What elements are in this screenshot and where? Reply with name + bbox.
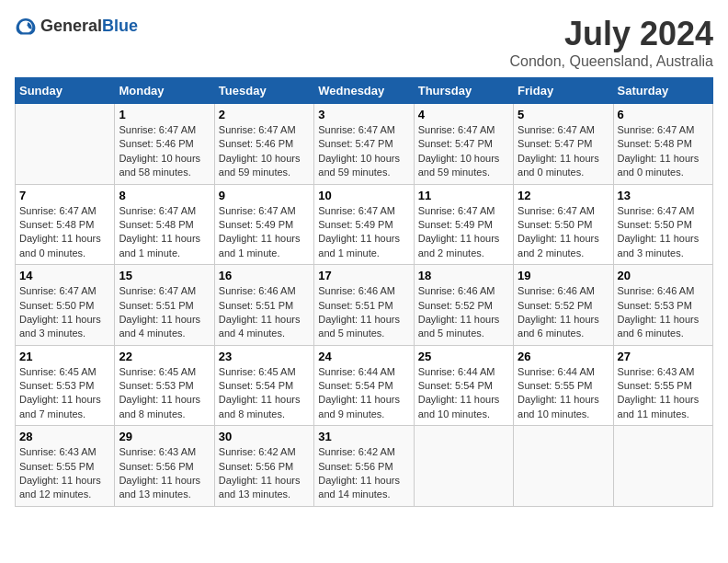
calendar-day-cell: 19Sunrise: 6:46 AMSunset: 5:52 PMDayligh…: [514, 265, 613, 346]
day-number: 24: [318, 350, 409, 363]
day-number: 18: [418, 269, 509, 282]
main-title: July 2024: [510, 15, 713, 53]
calendar-day-cell: 4Sunrise: 6:47 AMSunset: 5:47 PMDaylight…: [414, 104, 513, 185]
calendar-day-cell: 5Sunrise: 6:47 AMSunset: 5:47 PMDaylight…: [514, 104, 613, 185]
day-info: Sunrise: 6:47 AMSunset: 5:49 PMDaylight:…: [318, 204, 409, 261]
day-number: 11: [418, 189, 509, 202]
calendar-body: 1Sunrise: 6:47 AMSunset: 5:46 PMDaylight…: [16, 104, 713, 507]
day-number: 8: [119, 189, 210, 202]
day-number: 6: [618, 108, 709, 121]
day-number: 9: [219, 189, 310, 202]
calendar-day-cell: 12Sunrise: 6:47 AMSunset: 5:50 PMDayligh…: [514, 184, 613, 265]
weekday-header-cell: Thursday: [414, 78, 513, 104]
day-number: 14: [19, 269, 110, 282]
calendar-day-cell: 22Sunrise: 6:45 AMSunset: 5:53 PMDayligh…: [115, 345, 214, 426]
calendar-day-cell: 28Sunrise: 6:43 AMSunset: 5:55 PMDayligh…: [16, 426, 115, 507]
logo-icon: [15, 15, 37, 37]
day-number: 16: [219, 269, 310, 282]
calendar-day-cell: [414, 426, 513, 507]
day-number: 13: [618, 189, 709, 202]
calendar-day-cell: 31Sunrise: 6:42 AMSunset: 5:56 PMDayligh…: [314, 426, 414, 507]
day-info: Sunrise: 6:46 AMSunset: 5:53 PMDaylight:…: [618, 284, 709, 341]
page-header: GeneralBlue July 2024 Condon, Queensland…: [15, 15, 713, 70]
day-number: 3: [318, 108, 409, 121]
day-number: 25: [418, 350, 509, 363]
calendar-day-cell: 18Sunrise: 6:46 AMSunset: 5:52 PMDayligh…: [414, 265, 513, 346]
calendar-week-row: 1Sunrise: 6:47 AMSunset: 5:46 PMDaylight…: [16, 104, 713, 185]
day-info: Sunrise: 6:42 AMSunset: 5:56 PMDaylight:…: [318, 445, 409, 502]
calendar-week-row: 28Sunrise: 6:43 AMSunset: 5:55 PMDayligh…: [16, 426, 713, 507]
day-number: 23: [219, 350, 310, 363]
day-info: Sunrise: 6:47 AMSunset: 5:46 PMDaylight:…: [219, 123, 310, 180]
calendar-day-cell: [514, 426, 613, 507]
weekday-header-row: SundayMondayTuesdayWednesdayThursdayFrid…: [16, 78, 713, 104]
calendar-day-cell: 15Sunrise: 6:47 AMSunset: 5:51 PMDayligh…: [115, 265, 214, 346]
day-info: Sunrise: 6:45 AMSunset: 5:53 PMDaylight:…: [119, 365, 210, 422]
day-info: Sunrise: 6:47 AMSunset: 5:48 PMDaylight:…: [19, 204, 110, 261]
day-info: Sunrise: 6:47 AMSunset: 5:50 PMDaylight:…: [19, 284, 110, 341]
calendar-day-cell: 1Sunrise: 6:47 AMSunset: 5:46 PMDaylight…: [115, 104, 214, 185]
day-number: 28: [19, 430, 110, 443]
day-info: Sunrise: 6:46 AMSunset: 5:52 PMDaylight:…: [418, 284, 509, 341]
day-info: Sunrise: 6:46 AMSunset: 5:51 PMDaylight:…: [219, 284, 310, 341]
day-info: Sunrise: 6:44 AMSunset: 5:54 PMDaylight:…: [418, 365, 509, 422]
calendar-day-cell: 17Sunrise: 6:46 AMSunset: 5:51 PMDayligh…: [314, 265, 414, 346]
day-info: Sunrise: 6:44 AMSunset: 5:54 PMDaylight:…: [318, 365, 409, 422]
weekday-header-cell: Saturday: [613, 78, 712, 104]
calendar-week-row: 14Sunrise: 6:47 AMSunset: 5:50 PMDayligh…: [16, 265, 713, 346]
day-number: 26: [518, 350, 609, 363]
calendar-day-cell: 9Sunrise: 6:47 AMSunset: 5:49 PMDaylight…: [214, 184, 313, 265]
calendar-day-cell: 25Sunrise: 6:44 AMSunset: 5:54 PMDayligh…: [414, 345, 513, 426]
day-number: 30: [219, 430, 310, 443]
day-number: 2: [219, 108, 310, 121]
day-info: Sunrise: 6:47 AMSunset: 5:49 PMDaylight:…: [418, 204, 509, 261]
day-info: Sunrise: 6:45 AMSunset: 5:53 PMDaylight:…: [19, 365, 110, 422]
calendar-week-row: 7Sunrise: 6:47 AMSunset: 5:48 PMDaylight…: [16, 184, 713, 265]
day-number: 4: [418, 108, 509, 121]
calendar-day-cell: 21Sunrise: 6:45 AMSunset: 5:53 PMDayligh…: [16, 345, 115, 426]
day-number: 7: [19, 189, 110, 202]
calendar-day-cell: [16, 104, 115, 185]
day-number: 21: [19, 350, 110, 363]
day-info: Sunrise: 6:47 AMSunset: 5:51 PMDaylight:…: [119, 284, 210, 341]
calendar-day-cell: 7Sunrise: 6:47 AMSunset: 5:48 PMDaylight…: [16, 184, 115, 265]
day-info: Sunrise: 6:47 AMSunset: 5:46 PMDaylight:…: [119, 123, 210, 180]
calendar-day-cell: 26Sunrise: 6:44 AMSunset: 5:55 PMDayligh…: [514, 345, 613, 426]
calendar-day-cell: 11Sunrise: 6:47 AMSunset: 5:49 PMDayligh…: [414, 184, 513, 265]
day-info: Sunrise: 6:46 AMSunset: 5:52 PMDaylight:…: [518, 284, 609, 341]
calendar-day-cell: 14Sunrise: 6:47 AMSunset: 5:50 PMDayligh…: [16, 265, 115, 346]
day-info: Sunrise: 6:43 AMSunset: 5:55 PMDaylight:…: [618, 365, 709, 422]
day-number: 19: [518, 269, 609, 282]
title-block: July 2024 Condon, Queensland, Australia: [510, 15, 713, 70]
day-number: 15: [119, 269, 210, 282]
day-number: 31: [318, 430, 409, 443]
weekday-header-cell: Wednesday: [314, 78, 414, 104]
calendar-day-cell: 27Sunrise: 6:43 AMSunset: 5:55 PMDayligh…: [613, 345, 712, 426]
day-number: 22: [119, 350, 210, 363]
day-info: Sunrise: 6:47 AMSunset: 5:50 PMDaylight:…: [618, 204, 709, 261]
calendar-day-cell: 24Sunrise: 6:44 AMSunset: 5:54 PMDayligh…: [314, 345, 414, 426]
calendar-day-cell: 2Sunrise: 6:47 AMSunset: 5:46 PMDaylight…: [214, 104, 313, 185]
day-info: Sunrise: 6:45 AMSunset: 5:54 PMDaylight:…: [219, 365, 310, 422]
weekday-header-cell: Friday: [514, 78, 613, 104]
logo: GeneralBlue: [15, 15, 138, 37]
weekday-header-cell: Monday: [115, 78, 214, 104]
calendar-day-cell: 16Sunrise: 6:46 AMSunset: 5:51 PMDayligh…: [214, 265, 313, 346]
day-number: 29: [119, 430, 210, 443]
calendar-day-cell: 3Sunrise: 6:47 AMSunset: 5:47 PMDaylight…: [314, 104, 414, 185]
calendar-table: SundayMondayTuesdayWednesdayThursdayFrid…: [15, 77, 713, 507]
calendar-day-cell: 8Sunrise: 6:47 AMSunset: 5:48 PMDaylight…: [115, 184, 214, 265]
logo-text: GeneralBlue: [40, 17, 138, 36]
day-info: Sunrise: 6:42 AMSunset: 5:56 PMDaylight:…: [219, 445, 310, 502]
day-info: Sunrise: 6:47 AMSunset: 5:49 PMDaylight:…: [219, 204, 310, 261]
calendar-day-cell: 13Sunrise: 6:47 AMSunset: 5:50 PMDayligh…: [613, 184, 712, 265]
day-number: 17: [318, 269, 409, 282]
calendar-day-cell: 29Sunrise: 6:43 AMSunset: 5:56 PMDayligh…: [115, 426, 214, 507]
day-info: Sunrise: 6:47 AMSunset: 5:48 PMDaylight:…: [618, 123, 709, 180]
day-info: Sunrise: 6:43 AMSunset: 5:55 PMDaylight:…: [19, 445, 110, 502]
day-number: 12: [518, 189, 609, 202]
day-info: Sunrise: 6:47 AMSunset: 5:47 PMDaylight:…: [418, 123, 509, 180]
calendar-day-cell: 10Sunrise: 6:47 AMSunset: 5:49 PMDayligh…: [314, 184, 414, 265]
day-info: Sunrise: 6:46 AMSunset: 5:51 PMDaylight:…: [318, 284, 409, 341]
day-number: 27: [618, 350, 709, 363]
